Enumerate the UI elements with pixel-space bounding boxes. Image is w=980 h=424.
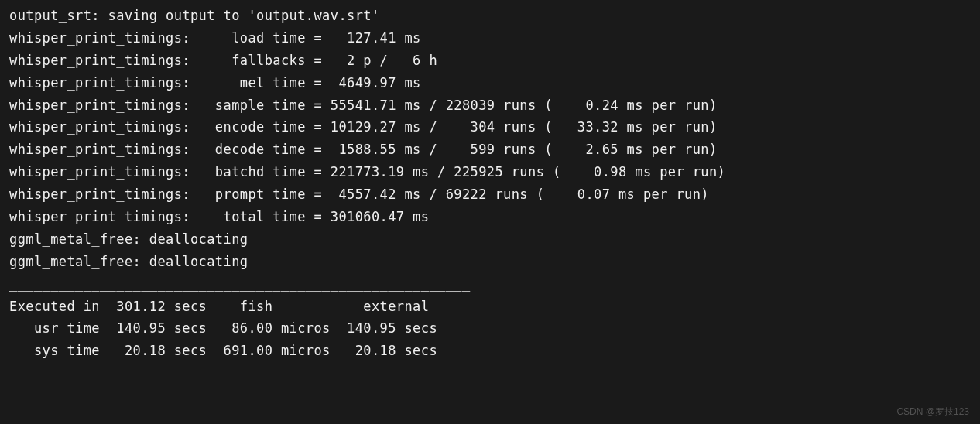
terminal-output: output_srt: saving output to 'output.wav… [9,5,971,362]
timing-fallbacks: whisper_print_timings: fallbacks = 2 p /… [9,50,971,72]
timing-decode: whisper_print_timings: decode time = 158… [9,138,971,161]
timing-total: whisper_print_timings: total time = 3010… [9,206,971,228]
timing-batchd: whisper_print_timings: batchd time = 221… [9,161,971,183]
divider-line: ________________________________________… [9,273,971,296]
output-srt-line: output_srt: saving output to 'output.wav… [9,5,971,27]
timing-load: whisper_print_timings: load time = 127.4… [9,27,971,50]
watermark: CSDN @罗技123 [896,404,969,419]
ggml-free-1: ggml_metal_free: deallocating [9,228,971,251]
executed-in-line: Executed in 301.12 secs fish external [9,296,971,318]
usr-time-line: usr time 140.95 secs 86.00 micros 140.95… [9,317,971,340]
timing-prompt: whisper_print_timings: prompt time = 455… [9,183,971,206]
timing-sample: whisper_print_timings: sample time = 555… [9,94,971,117]
timing-encode: whisper_print_timings: encode time = 101… [9,116,971,138]
ggml-free-2: ggml_metal_free: deallocating [9,251,971,273]
timing-mel: whisper_print_timings: mel time = 4649.9… [9,72,971,94]
sys-time-line: sys time 20.18 secs 691.00 micros 20.18 … [9,340,971,362]
